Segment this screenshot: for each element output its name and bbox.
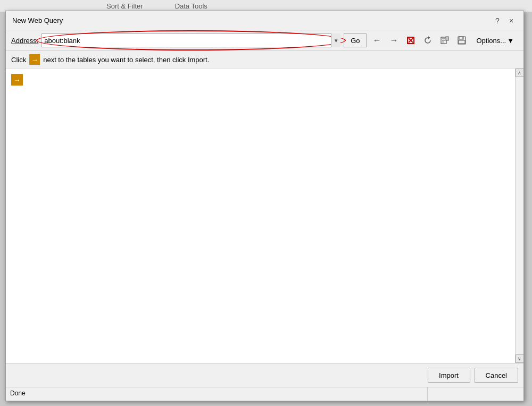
instruction-arrow-icon: → <box>29 54 40 65</box>
title-bar: New Web Query ? × <box>6 11 523 30</box>
svg-rect-10 <box>459 40 465 44</box>
outer-menu-data-tools[interactable]: Data Tools <box>175 2 207 10</box>
status-right <box>428 387 523 401</box>
outer-menu-sort-filter[interactable]: Sort & Filter <box>106 2 143 10</box>
go-button[interactable]: Go <box>344 33 367 47</box>
scroll-up-button[interactable]: ∧ <box>516 69 524 77</box>
svg-rect-7 <box>446 37 448 40</box>
content-area: → ∧ ∨ <box>6 69 523 363</box>
instruction-click-text: Click <box>11 56 26 64</box>
import-button[interactable]: Import <box>428 368 470 383</box>
refresh-button[interactable] <box>421 33 435 47</box>
options-dropdown-icon: ▼ <box>507 37 514 45</box>
address-container: ▼ <box>41 33 340 47</box>
help-button[interactable]: ? <box>492 15 503 27</box>
close-button[interactable]: × <box>505 15 517 27</box>
address-label: Address: <box>11 37 38 45</box>
new-web-query-dialog: New Web Query ? × Address: ▼ Go ← → <box>5 11 524 401</box>
scroll-down-button[interactable]: ∨ <box>516 354 524 363</box>
instruction-arrow-symbol: → <box>31 56 38 64</box>
scroll-track[interactable] <box>516 77 523 354</box>
content-arrow-symbol: → <box>14 76 21 84</box>
scrollbar[interactable]: ∧ ∨ <box>515 69 523 363</box>
options-button[interactable]: Options... ▼ <box>472 33 518 47</box>
address-input[interactable] <box>41 33 340 47</box>
stop-button[interactable] <box>404 33 418 47</box>
bottom-buttons: Import Cancel <box>6 363 523 387</box>
content-arrow-icon[interactable]: → <box>11 74 23 86</box>
forward-button[interactable]: → <box>387 33 401 47</box>
instruction-after-text: next to the tables you want to select, t… <box>43 56 209 64</box>
edit-button[interactable] <box>438 33 452 47</box>
status-bar: Done <box>6 387 523 401</box>
cancel-button[interactable]: Cancel <box>475 368 518 383</box>
edit-icon <box>440 36 449 45</box>
back-button[interactable]: ← <box>370 33 384 47</box>
options-label: Options... <box>476 37 506 45</box>
instruction-row: Click → next to the tables you want to s… <box>6 51 523 69</box>
stop-icon <box>406 36 415 45</box>
toolbar: Address: ▼ Go ← → <box>6 30 523 51</box>
svg-rect-9 <box>459 37 463 39</box>
status-text: Done <box>6 387 428 401</box>
address-dropdown-button[interactable]: ▼ <box>331 33 340 47</box>
refresh-icon <box>423 36 432 45</box>
dialog-title: New Web Query <box>12 16 63 24</box>
save-web-query-button[interactable] <box>455 33 469 47</box>
save-icon <box>458 36 466 45</box>
web-content[interactable]: → <box>6 69 515 363</box>
